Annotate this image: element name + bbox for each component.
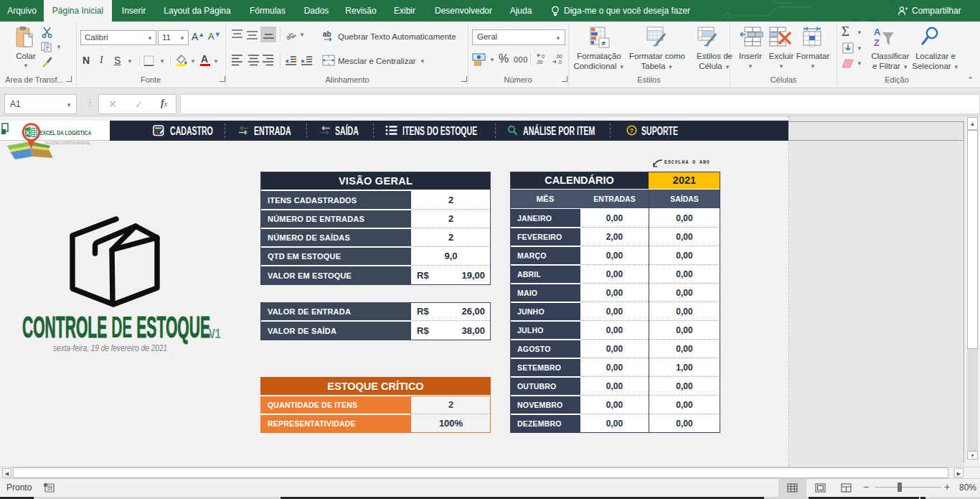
svg-text:?: ? (630, 127, 634, 134)
svg-text:A: A (874, 27, 881, 37)
svg-text:,0: ,0 (557, 60, 562, 65)
svg-text:ab: ab (284, 30, 296, 42)
svg-text:0: 0 (542, 54, 545, 59)
svg-text:Z: Z (874, 37, 880, 47)
svg-text:X: X (26, 129, 30, 136)
svg-text:≠: ≠ (601, 39, 606, 47)
svg-text:,00: ,00 (536, 60, 543, 65)
svg-text:,00: ,00 (555, 54, 562, 59)
svg-text:ab: ab (323, 30, 331, 38)
